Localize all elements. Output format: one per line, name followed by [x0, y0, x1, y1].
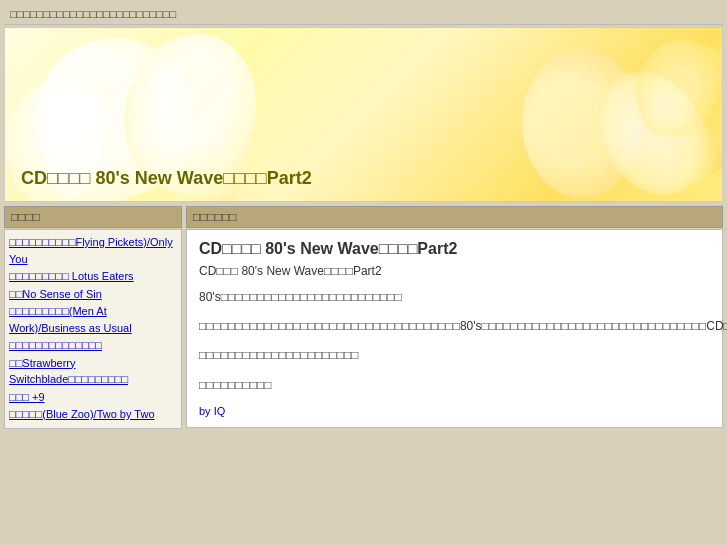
main-section1: 80's□□□□□□□□□□□□□□□□□□□□□□□□□ — [199, 288, 710, 307]
sidebar-link-6[interactable]: □□□ +9 — [9, 389, 177, 406]
top-bar: □□□□□□□□□□□□□□□□□□□□□□□□□ — [4, 4, 723, 25]
banner: CD□□□□ 80's New Wave□□□□Part2 — [4, 27, 723, 202]
by-iq: by IQ — [199, 405, 710, 417]
sidebar-link-7[interactable]: □□□□□(Blue Zoo)/Two by Two — [9, 406, 177, 423]
main-title: CD□□□□ 80's New Wave□□□□Part2 — [199, 240, 710, 258]
sidebar-link-1[interactable]: □□□□□□□□□ Lotus Eaters — [9, 268, 177, 285]
banner-title: CD□□□□ 80's New Wave□□□□Part2 — [21, 168, 312, 189]
main-section: □□□□□□ CD□□□□ 80's New Wave□□□□Part2 CD□… — [186, 206, 723, 429]
sidebar-header: □□□□ — [4, 206, 182, 228]
sidebar-link-3[interactable]: □□□□□□□□□(Men At Work)/Business as Usual — [9, 303, 177, 336]
sidebar: □□□□ □□□□□□□□□□Flying Pickets)/Only You … — [4, 206, 182, 429]
content-area: □□□□ □□□□□□□□□□Flying Pickets)/Only You … — [4, 206, 723, 429]
top-bar-text: □□□□□□□□□□□□□□□□□□□□□□□□□ — [10, 8, 176, 20]
sidebar-content: □□□□□□□□□□Flying Pickets)/Only You □□□□□… — [4, 229, 182, 429]
sidebar-link-0[interactable]: □□□□□□□□□□Flying Pickets)/Only You — [9, 234, 177, 267]
sidebar-link-2[interactable]: □□No Sense of Sin — [9, 286, 177, 303]
main-section4: □□□□□□□□□□ — [199, 376, 710, 395]
main-subtitle: CD□□□ 80's New Wave□□□□Part2 — [199, 264, 710, 278]
sidebar-link-4[interactable]: □□□□□□□□□□□□□□ — [9, 337, 177, 354]
main-section2: □□□□□□□□□□□□□□□□□□□□□□□□□□□□□□□□□□□□80's… — [199, 317, 710, 336]
sidebar-link-5[interactable]: □□Strawberry Switchblade□□□□□□□□□ — [9, 355, 177, 388]
main-content: CD□□□□ 80's New Wave□□□□Part2 CD□□□ 80's… — [186, 229, 723, 428]
main-section3: □□□□□□□□□□□□□□□□□□□□□□ — [199, 346, 710, 365]
main-header: □□□□□□ — [186, 206, 723, 228]
